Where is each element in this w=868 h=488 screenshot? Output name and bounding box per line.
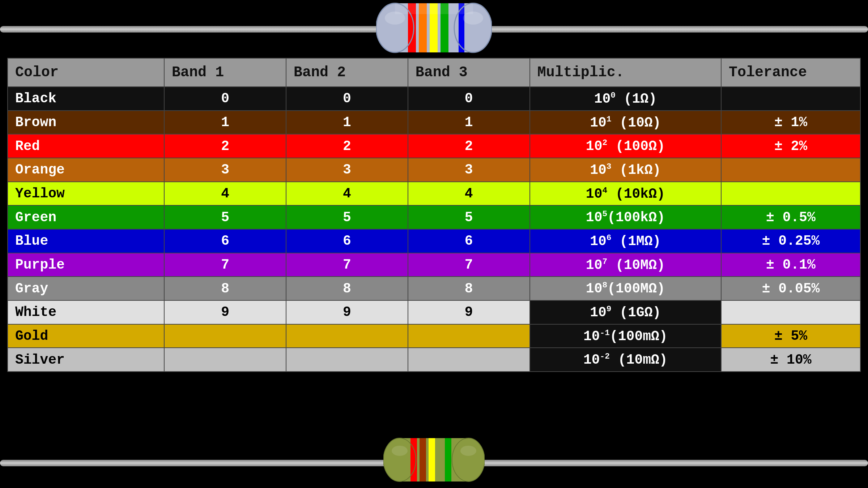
- cell-tolerance: [721, 182, 860, 206]
- cell-multiplic: 100 (1Ω): [530, 87, 721, 111]
- cell-color: Purple: [8, 253, 164, 277]
- cell-band2: [286, 348, 408, 372]
- cell-band3: 7: [408, 253, 530, 277]
- svg-rect-12: [395, 3, 473, 14]
- cell-band1: 6: [164, 229, 286, 253]
- svg-rect-19: [445, 438, 451, 481]
- svg-point-22: [392, 446, 408, 456]
- svg-rect-18: [429, 438, 435, 481]
- cell-color: Black: [8, 87, 164, 111]
- resistor-top: [376, 0, 492, 56]
- cell-color: Brown: [8, 111, 164, 134]
- cell-band3: [408, 348, 530, 372]
- header-color: Color: [8, 58, 164, 87]
- cell-tolerance: [721, 300, 860, 324]
- cell-band3: 2: [408, 134, 530, 158]
- cell-band3: 4: [408, 182, 530, 206]
- cell-band3: 8: [408, 277, 530, 300]
- cell-color: Gold: [8, 324, 164, 348]
- cell-band2: 2: [286, 134, 408, 158]
- cell-band1: 3: [164, 158, 286, 182]
- table-row: Yellow 4 4 4 104 (10kΩ): [8, 182, 860, 206]
- header-band1: Band 1: [164, 58, 286, 87]
- cell-color: Blue: [8, 229, 164, 253]
- cell-color: White: [8, 300, 164, 324]
- cell-band2: 9: [286, 300, 408, 324]
- table-row: Black 0 0 0 100 (1Ω): [8, 87, 860, 111]
- cell-color: Green: [8, 205, 164, 229]
- cell-tolerance: ± 0.25%: [721, 229, 860, 253]
- cell-band1: 2: [164, 134, 286, 158]
- cell-multiplic: 103 (1kΩ): [530, 158, 721, 182]
- cell-band2: 5: [286, 205, 408, 229]
- cell-tolerance: ± 0.5%: [721, 205, 860, 229]
- resistor-color-table: Color Band 1 Band 2 Band 3 Multiplic. To…: [7, 58, 861, 372]
- table-row: Gold 10-1(100mΩ) ± 5%: [8, 324, 860, 348]
- cell-tolerance: ± 5%: [721, 324, 860, 348]
- cell-band3: 0: [408, 87, 530, 111]
- table-row: Silver 10-2 (10mΩ) ± 10%: [8, 348, 860, 372]
- table-row: Red 2 2 2 102 (100Ω) ± 2%: [8, 134, 860, 158]
- cell-tolerance: ± 1%: [721, 111, 860, 134]
- cell-band2: 1: [286, 111, 408, 134]
- cell-multiplic: 10-2 (10mΩ): [530, 348, 721, 372]
- cell-color: Gray: [8, 277, 164, 300]
- cell-tolerance: ± 2%: [721, 134, 860, 158]
- cell-multiplic: 107 (10MΩ): [530, 253, 721, 277]
- cell-band3: 6: [408, 229, 530, 253]
- cell-multiplic: 104 (10kΩ): [530, 182, 721, 206]
- cell-color: Silver: [8, 348, 164, 372]
- cell-band1: 8: [164, 277, 286, 300]
- header-band2: Band 2: [286, 58, 408, 87]
- cell-multiplic: 109 (1GΩ): [530, 300, 721, 324]
- cell-band1: [164, 348, 286, 372]
- cell-band3: 5: [408, 205, 530, 229]
- cell-color: Red: [8, 134, 164, 158]
- cell-tolerance: ± 0.1%: [721, 253, 860, 277]
- cell-multiplic: 106 (1MΩ): [530, 229, 721, 253]
- header-tolerance: Tolerance: [721, 58, 860, 87]
- table-row: Brown 1 1 1 101 (10Ω) ± 1%: [8, 111, 860, 134]
- cell-band1: 9: [164, 300, 286, 324]
- cell-band2: 3: [286, 158, 408, 182]
- table-row: White 9 9 9 109 (1GΩ): [8, 300, 860, 324]
- cell-band3: 1: [408, 111, 530, 134]
- cell-tolerance: ± 0.05%: [721, 277, 860, 300]
- header-multiplic: Multiplic.: [530, 58, 721, 87]
- cell-multiplic: 108(100MΩ): [530, 277, 721, 300]
- cell-multiplic: 101 (10Ω): [530, 111, 721, 134]
- cell-band1: 0: [164, 87, 286, 111]
- cell-band2: 7: [286, 253, 408, 277]
- color-table-container: Color Band 1 Band 2 Band 3 Multiplic. To…: [7, 58, 861, 430]
- table-row: Orange 3 3 3 103 (1kΩ): [8, 158, 860, 182]
- cell-multiplic: 102 (100Ω): [530, 134, 721, 158]
- cell-band3: 9: [408, 300, 530, 324]
- table-row: Green 5 5 5 105(100kΩ) ± 0.5%: [8, 205, 860, 229]
- cell-band2: 6: [286, 229, 408, 253]
- cell-tolerance: [721, 158, 860, 182]
- table-row: Gray 8 8 8 108(100MΩ) ± 0.05%: [8, 277, 860, 300]
- cell-band1: 5: [164, 205, 286, 229]
- cell-band1: [164, 324, 286, 348]
- svg-point-23: [460, 446, 476, 456]
- cell-multiplic: 10-1(100mΩ): [530, 324, 721, 348]
- cell-band2: 4: [286, 182, 408, 206]
- cell-band3: 3: [408, 158, 530, 182]
- table-row: Blue 6 6 6 106 (1MΩ) ± 0.25%: [8, 229, 860, 253]
- cell-band2: [286, 324, 408, 348]
- cell-color: Yellow: [8, 182, 164, 206]
- cell-band2: 8: [286, 277, 408, 300]
- cell-band3: [408, 324, 530, 348]
- svg-rect-17: [420, 438, 426, 481]
- cell-band1: 1: [164, 111, 286, 134]
- table-row: Purple 7 7 7 107 (10MΩ) ± 0.1%: [8, 253, 860, 277]
- header-band3: Band 3: [408, 58, 530, 87]
- table-header-row: Color Band 1 Band 2 Band 3 Multiplic. To…: [8, 58, 860, 87]
- cell-color: Orange: [8, 158, 164, 182]
- cell-tolerance: [721, 87, 860, 111]
- resistor-bottom: [383, 432, 485, 488]
- cell-band2: 0: [286, 87, 408, 111]
- cell-tolerance: ± 10%: [721, 348, 860, 372]
- cell-band1: 7: [164, 253, 286, 277]
- cell-band1: 4: [164, 182, 286, 206]
